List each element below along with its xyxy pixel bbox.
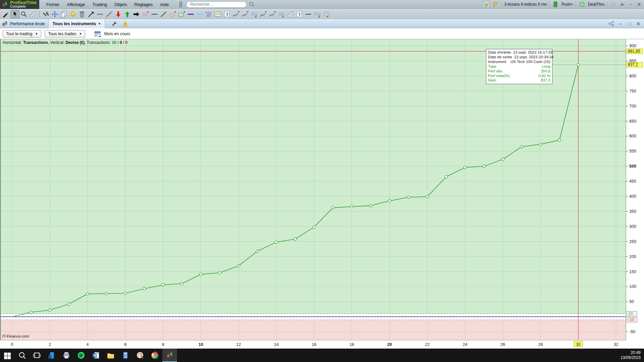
duplicate-tool-icon[interactable] bbox=[59, 10, 68, 18]
taskbar-windows-start-icon[interactable] bbox=[0, 349, 15, 362]
svg-text:T: T bbox=[298, 12, 301, 17]
minimize-icon[interactable]: – bbox=[628, 2, 634, 7]
window-minimize-icon[interactable]: – bbox=[618, 21, 624, 26]
svg-text:300: 300 bbox=[629, 224, 636, 229]
alert-bell-tool-icon[interactable] bbox=[68, 10, 77, 18]
move-tool-icon[interactable] bbox=[50, 10, 59, 18]
fibo-grid-tool-icon[interactable] bbox=[213, 10, 222, 18]
parallel-lines-tool-icon[interactable] bbox=[141, 10, 150, 18]
calendar-icon[interactable] bbox=[94, 31, 101, 37]
period-label[interactable]: Mois en cours bbox=[104, 32, 130, 36]
dealthru-label[interactable]: DealThru bbox=[588, 2, 604, 7]
taskbar-your-phone-icon[interactable] bbox=[44, 349, 59, 362]
sell-arrow-tool-icon[interactable] bbox=[114, 10, 123, 18]
cursor-tool-icon[interactable] bbox=[10, 10, 19, 18]
line-cyan-tool-icon[interactable] bbox=[195, 10, 204, 18]
taskbar-paint-icon[interactable] bbox=[133, 349, 148, 362]
svg-text:500: 500 bbox=[629, 164, 636, 169]
menu-aide[interactable]: Aide bbox=[156, 1, 172, 8]
warning-icon[interactable] bbox=[121, 20, 129, 27]
pencil-tool-icon[interactable] bbox=[1, 10, 10, 18]
trades-filter-dropdown[interactable]: Tous les trades▼ bbox=[45, 30, 85, 38]
trade-tooltip: Date d'entrée13 sept. 2023 16:17:29Date … bbox=[486, 49, 552, 84]
menu-fichier[interactable]: Fichier bbox=[43, 1, 63, 8]
pitchfork-tool-icon[interactable] bbox=[204, 10, 213, 18]
continue-arrow-tool-icon[interactable] bbox=[132, 10, 141, 18]
search-input[interactable] bbox=[186, 1, 247, 8]
performance-window-icon bbox=[1, 20, 9, 27]
taskbar-taskbar-search-icon[interactable] bbox=[15, 349, 30, 362]
workspace-label[interactable]: 3 écrans 8 indices 5 mn bbox=[504, 2, 547, 7]
horizontal-line-tool-icon[interactable] bbox=[304, 10, 313, 18]
tooltip-row: Date de sortie13 sept. 2023 20:39:34 bbox=[488, 55, 550, 60]
menu-objets[interactable]: Objets bbox=[111, 1, 131, 8]
h-segment-tool-icon[interactable] bbox=[96, 10, 105, 18]
channel-tool-icon[interactable] bbox=[259, 10, 268, 18]
svg-text:W: W bbox=[93, 354, 97, 357]
menu-réglages[interactable]: Réglages bbox=[130, 1, 156, 8]
taskbar-clock[interactable]: 20:49 13/09/2023 bbox=[621, 350, 644, 360]
taskbar-file-explorer-icon[interactable] bbox=[103, 349, 118, 362]
equity-curve-plot[interactable]: 9008508007507006506005505004504003503002… bbox=[0, 39, 644, 349]
performance-chart: 9008508007507006506005505004504003503002… bbox=[0, 39, 644, 349]
pin-icon[interactable]: ➤ bbox=[619, 2, 625, 7]
trend-arrow-tool-icon[interactable] bbox=[87, 10, 96, 18]
edit-drawing-icon[interactable] bbox=[482, 1, 490, 8]
window-close-icon[interactable]: ✕ bbox=[635, 21, 641, 26]
taskbar-calculator-icon[interactable] bbox=[118, 349, 133, 362]
percent-wheel-tool-icon[interactable] bbox=[322, 10, 331, 18]
window-maximize-icon[interactable]: □ bbox=[627, 21, 633, 26]
close-icon[interactable]: ✕ bbox=[636, 2, 642, 7]
buy-arrow-tool-icon[interactable] bbox=[123, 10, 132, 18]
ruler-tool-icon[interactable] bbox=[29, 10, 38, 18]
push-label[interactable]: Push+ bbox=[561, 2, 573, 7]
ruler-tool-icon[interactable] bbox=[286, 10, 295, 18]
textbox-tool-icon[interactable]: T bbox=[222, 10, 231, 18]
search-icon[interactable] bbox=[248, 1, 256, 8]
taskbar-printer-icon[interactable] bbox=[59, 349, 74, 362]
thick-line-purple-tool-icon[interactable] bbox=[186, 10, 195, 18]
svg-text:28: 28 bbox=[538, 342, 543, 347]
app-logo: ProRealTime Complete bbox=[0, 0, 39, 9]
flag-icon[interactable] bbox=[492, 1, 499, 8]
svg-text:T: T bbox=[226, 12, 229, 17]
svg-text:22: 22 bbox=[425, 342, 430, 347]
menu-trading[interactable]: Trading bbox=[89, 1, 111, 8]
share-icon[interactable] bbox=[608, 20, 615, 27]
settings-wrench-icon[interactable] bbox=[110, 20, 117, 27]
tooltip-label: Perf relat(%) bbox=[488, 74, 510, 78]
taskbar-word-icon[interactable]: W bbox=[89, 349, 103, 362]
svg-text:0: 0 bbox=[11, 342, 13, 347]
rect-shape-tool-icon[interactable] bbox=[177, 10, 186, 18]
tab-instrument-selector[interactable]: Tous les instruments▼ bbox=[49, 19, 106, 28]
taskbar-spotify-icon[interactable] bbox=[74, 349, 89, 362]
svg-text:837,2: 837,2 bbox=[628, 62, 638, 67]
trading-filter-dropdown[interactable]: Tout le trading▼ bbox=[3, 30, 41, 38]
push-status-icon bbox=[552, 1, 559, 8]
menu-affichage[interactable]: Affichage bbox=[63, 1, 89, 8]
taskbar-chrome-icon[interactable] bbox=[148, 349, 162, 362]
dealthru-checkbox[interactable] bbox=[578, 1, 586, 8]
tools-tool-icon[interactable] bbox=[41, 10, 50, 18]
svg-text:2: 2 bbox=[49, 342, 51, 347]
prorealtime-app: ProRealTime Complete FichierAffichageTra… bbox=[0, 0, 644, 362]
taskbar-prorealtime-active-icon[interactable] bbox=[162, 349, 177, 362]
oblique-line-tool-icon[interactable] bbox=[159, 10, 168, 18]
textbox-tool-icon[interactable]: T bbox=[295, 10, 304, 18]
trash-tool-icon[interactable] bbox=[77, 10, 87, 18]
channel-tool-icon[interactable] bbox=[240, 10, 250, 18]
taskbar-task-view-icon[interactable] bbox=[30, 349, 44, 362]
channel-tool-icon[interactable] bbox=[231, 10, 240, 18]
tooltip-row: Gain837,2 bbox=[488, 78, 550, 83]
dashed-levels-tool-icon[interactable]: F bbox=[250, 10, 259, 18]
link-chain-icon[interactable] bbox=[177, 1, 184, 8]
channel-tool-icon[interactable] bbox=[268, 10, 277, 18]
segment-tool-icon[interactable] bbox=[105, 10, 114, 18]
horizontal-line-tool-icon[interactable] bbox=[150, 10, 159, 18]
tooltip-row: Perf abs250,6 bbox=[488, 69, 550, 74]
dashed-levels-tool-icon[interactable]: F bbox=[277, 10, 286, 18]
window-title: Performance brute bbox=[9, 21, 48, 26]
zoom-tool-icon[interactable] bbox=[19, 10, 29, 18]
ellipse-tool-icon[interactable] bbox=[168, 10, 177, 18]
dashed-levels-tool-icon[interactable]: F bbox=[313, 10, 322, 18]
